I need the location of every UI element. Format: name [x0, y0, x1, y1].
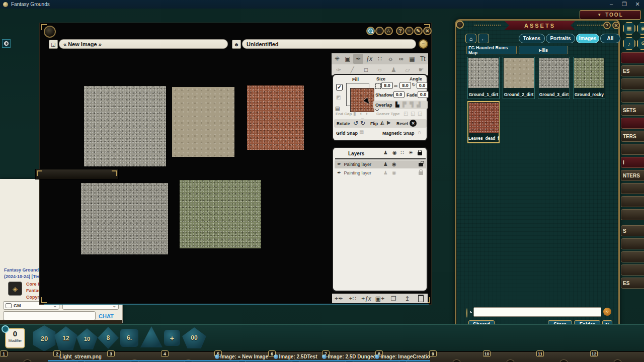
sidebar-tab[interactable]: SETS	[621, 105, 644, 116]
help-button[interactable]: ?	[603, 22, 611, 29]
overlap-mode-icon[interactable]: ▙	[395, 102, 399, 107]
search-input[interactable]	[473, 307, 601, 317]
home-button[interactable]: ⌂	[465, 34, 476, 43]
sidebar-tab[interactable]	[621, 238, 644, 249]
flip-vertical-icon[interactable]: ▶	[387, 120, 391, 125]
spray-tool-icon[interactable]: ☛	[416, 65, 426, 75]
calendar-shortcut-button[interactable]: ▦	[623, 22, 635, 35]
overlap-mode-icon[interactable]: ▛	[403, 102, 407, 107]
add-die-button[interactable]: +	[164, 330, 180, 346]
close-button[interactable]: ✕	[631, 0, 644, 9]
eraser-tool-icon[interactable]: ▱	[403, 65, 413, 75]
add-image-layer-icon[interactable]: +∷	[348, 294, 358, 304]
add-folder-icon[interactable]: ▣+	[375, 294, 385, 304]
layer-lock-icon[interactable]	[419, 163, 423, 166]
music-shortcut-button[interactable]: ♪	[623, 37, 635, 50]
tokens-shortcut-button[interactable]: ◉	[637, 22, 644, 35]
fill-enabled-checkbox[interactable]: ✓	[336, 84, 343, 90]
token-visibility-icon[interactable]: ♟	[383, 170, 388, 175]
add-paint-layer-icon[interactable]: +✒	[334, 294, 344, 304]
grid-points-icon[interactable]: ∷	[400, 150, 404, 155]
end-cap-icon[interactable]: ▮	[353, 111, 356, 116]
grid-tool-icon[interactable]: ▦	[407, 54, 417, 64]
grid-snap-icon[interactable]: ▦	[359, 130, 364, 135]
overlap-mode-icon[interactable]: ▟	[417, 102, 421, 107]
minimize-window-button[interactable]: −	[405, 27, 414, 35]
rotate-ccw-icon[interactable]: ↺	[353, 120, 358, 126]
size-height-input[interactable]: 8.0	[399, 82, 411, 89]
export-layer-icon[interactable]: ↥	[402, 294, 412, 304]
lock-all-icon[interactable]	[418, 152, 422, 155]
taskbar-item[interactable]: Light_stream.png	[54, 354, 107, 359]
sidebar-tab[interactable]: ES	[621, 278, 644, 289]
close-button[interactable]: ✕	[612, 22, 620, 29]
shadow-input[interactable]: 0.0	[393, 91, 405, 98]
sidebar-tab[interactable]	[621, 78, 644, 89]
asset-tile[interactable]: Ground_2_dirt	[503, 57, 535, 99]
sidebar-tab[interactable]	[621, 209, 644, 220]
flip-horizontal-icon[interactable]: ◭	[380, 120, 384, 125]
eye-icon[interactable]: ◉	[392, 150, 397, 155]
settings-shortcut-button[interactable]: ⚙	[637, 37, 644, 50]
taskbar-item[interactable]: Image: « New Image	[215, 354, 268, 359]
filter-options-button[interactable]: ⁘	[603, 308, 611, 316]
stamp-tool-icon[interactable]: ♟	[388, 65, 398, 75]
sidebar-tab[interactable]: NTERS	[621, 170, 644, 181]
layer-lock-icon[interactable]	[419, 171, 423, 175]
reset-button[interactable]: ✕	[410, 120, 417, 127]
magnet-icon[interactable]: ∩	[418, 130, 421, 135]
brush-tool-icon[interactable]: ✑	[334, 65, 344, 75]
sidebar-tab[interactable]: S	[621, 225, 644, 236]
sidebar-tab[interactable]	[621, 264, 644, 276]
image-id-field[interactable]: Unidentified	[242, 39, 416, 49]
link-dimensions-icon[interactable]: ∞	[394, 83, 397, 88]
circle-tool-icon[interactable]: ○	[375, 65, 385, 75]
sidebar-tab[interactable]	[621, 251, 644, 262]
asset-tile[interactable]: Ground_3_dirt	[538, 57, 570, 99]
token-visibility-icon[interactable]: ♟	[383, 162, 388, 167]
tool-menu-button[interactable]: ▼ TOOL	[580, 10, 641, 20]
sidebar-tab[interactable]	[621, 52, 644, 63]
lighting-tool-icon[interactable]: ☼	[385, 54, 395, 64]
taskbar-item[interactable]: Image: 2.5D Dungeo	[323, 354, 376, 359]
back-button[interactable]: ←	[478, 34, 489, 43]
asset-tile[interactable]: Ground_rocky	[573, 57, 605, 99]
overlap-mode-icon[interactable]: ▜	[410, 102, 414, 107]
end-cap-icon[interactable]: ◗	[365, 111, 368, 116]
sidebar-tab[interactable]	[621, 196, 644, 207]
taskbar-item[interactable]: Image: 2.5DTest	[269, 354, 322, 359]
corner-type-icon[interactable]: ◲	[418, 111, 422, 116]
asset-tile-selected[interactable]: Leaves_dead_f	[467, 101, 500, 143]
sidebar-tab[interactable]	[621, 144, 644, 155]
mask-tool-icon[interactable]: ∞	[396, 54, 407, 64]
minimized-window-button[interactable]	[2, 39, 11, 48]
paint-tool-icon[interactable]: ✒	[353, 54, 363, 64]
zoom-button[interactable]	[366, 27, 375, 35]
rectangle-tool-icon[interactable]: □	[361, 65, 371, 75]
floating-window-titlebar[interactable]	[35, 169, 119, 179]
sidebar-tab[interactable]: TERS	[621, 131, 644, 142]
path-module-button[interactable]: FG Haunted Ruins Map	[466, 46, 517, 54]
sidebar-tab[interactable]: ES	[621, 65, 644, 76]
paint-bucket-icon[interactable]: ◩	[336, 95, 341, 100]
grid-points-tool-icon[interactable]: ∷	[375, 54, 385, 64]
duplicate-layer-icon[interactable]: ❐	[388, 294, 398, 304]
help-button[interactable]: ?	[396, 27, 405, 35]
chat-button[interactable]: CHAT	[99, 313, 114, 319]
canvas-texture-copper[interactable]	[247, 85, 304, 150]
line-tool-icon[interactable]: ╱	[347, 65, 357, 75]
text-tool-icon[interactable]: Tt	[418, 54, 428, 64]
identity-mask-icon[interactable]: ☻	[232, 40, 241, 49]
fade-input[interactable]: 0.0	[418, 91, 429, 98]
fill-texture-swatch[interactable]	[350, 88, 374, 112]
window-pin-icon[interactable]: ◱	[49, 40, 58, 49]
layer-row[interactable]: ✒ Painting layer ♟ ◉	[335, 160, 426, 168]
trash-icon[interactable]	[416, 294, 426, 304]
taskbar-item[interactable]: Image: ImageCreatio	[376, 354, 429, 359]
effects-tool-icon[interactable]: ƒx	[364, 54, 374, 64]
edit-button[interactable]: ✎	[414, 27, 423, 35]
add-effect-layer-icon[interactable]: +ƒx	[361, 294, 371, 304]
canvas-texture-green[interactable]	[180, 180, 261, 248]
image-name-field[interactable]: « New Image »	[59, 39, 228, 49]
rotate-angle-icon[interactable]: ↻	[412, 82, 416, 87]
